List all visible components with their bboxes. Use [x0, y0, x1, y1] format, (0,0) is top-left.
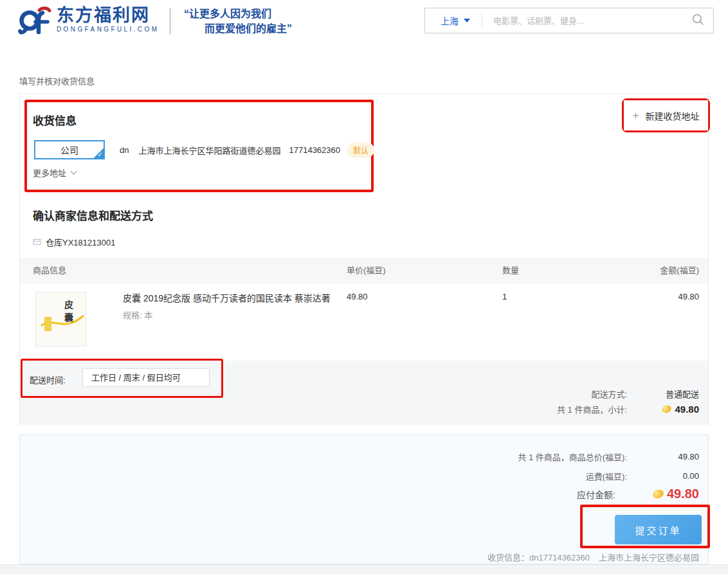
- new-address-label: 新建收货地址: [645, 109, 699, 122]
- delivery-method-label: 配送方式:: [591, 388, 627, 400]
- payable-value: 49.80: [667, 487, 699, 501]
- shipping-fee-label: 运费(福豆):: [586, 470, 627, 482]
- brand-name: 东方福利网: [57, 7, 159, 24]
- payable-row: 应付金额: 49.80: [322, 487, 708, 501]
- search-input[interactable]: [482, 16, 691, 26]
- subtotal-value-wrap: 49.80: [627, 404, 699, 415]
- more-addresses-label: 更多地址: [33, 166, 66, 179]
- goods-total-row: 共 1 件商品，商品总价(福豆): 49.80: [322, 451, 708, 463]
- col-product-info: 商品信息: [33, 258, 66, 283]
- shipping-section-title: 收货信息: [33, 112, 77, 128]
- brand-logo-icon[interactable]: [18, 5, 53, 40]
- slogan-line-1: “让更多人因为我们: [184, 6, 292, 21]
- payable-label: 应付金额:: [577, 488, 615, 501]
- chevron-down-icon: [71, 168, 77, 175]
- footer-shipping-info: 收货信息：dn17714362360上海市上海长宁区德必易园: [487, 551, 699, 563]
- product-title[interactable]: 皮囊 2019纪念版 感动千万读者的国民读本 蔡崇达著: [123, 291, 331, 304]
- delivery-method-row: 配送方式: 普通配送: [412, 388, 708, 400]
- more-addresses-link[interactable]: 更多地址: [33, 166, 76, 179]
- spec-value: 本: [144, 310, 152, 320]
- address-tag-company[interactable]: 公司 ✓: [34, 140, 105, 159]
- shipping-fee-row: 运费(福豆): 0.00: [322, 470, 708, 482]
- goods-total-label: 共 1 件商品，商品总价(福豆):: [518, 451, 627, 463]
- slogan-line-2: 而更爱他们的雇主”: [184, 21, 292, 36]
- payable-value-wrap: 49.80: [615, 487, 699, 501]
- delivery-section: 配送时间: 工作日 / 周末 / 假日均可 配送方式: 普通配送 共 1 件商品…: [20, 361, 708, 425]
- delivery-time-select[interactable]: 工作日 / 周末 / 假日均可: [82, 368, 210, 387]
- brand-domain: DONGFANGFULI.COM: [57, 26, 159, 33]
- warehouse-icon: [33, 237, 41, 247]
- city-selector[interactable]: 上海: [425, 14, 482, 27]
- warehouse-row: 仓库YX181213001: [33, 236, 115, 248]
- product-row: 皮囊 皮囊 2019纪念版 感动千万读者的国民读本 蔡崇达著 规格: 本 49.…: [20, 283, 708, 361]
- search-bar: 上海: [424, 8, 714, 33]
- col-amount: 金额(福豆): [660, 258, 699, 283]
- spec-label: 规格:: [123, 310, 142, 320]
- brand-slogan: “让更多人因为我们 而更爱他们的雇主”: [184, 6, 292, 36]
- goods-total-value: 49.80: [627, 452, 699, 462]
- product-table-header: 商品信息 单价(福豆) 数量 金额(福豆): [20, 258, 708, 283]
- order-card: 收货信息 + 新建收货地址 公司 ✓ dn 上海市上海长宁区华阳路街道德必易园 …: [19, 93, 709, 425]
- product-image[interactable]: 皮囊: [35, 292, 86, 346]
- submit-order-button[interactable]: 提交订单: [615, 515, 702, 544]
- brand-wordmark[interactable]: 东方福利网 DONGFANGFULI.COM: [57, 7, 159, 33]
- breadcrumb: 填写并核对收货信息: [19, 75, 95, 87]
- plus-icon: +: [633, 109, 639, 122]
- search-icon[interactable]: [691, 13, 704, 28]
- product-amount: 49.80: [678, 292, 699, 301]
- address-tag-label: 公司: [60, 143, 78, 156]
- subtotal-label: 共 1 件商品，小计:: [557, 403, 627, 415]
- cover-swoosh-decoration: [36, 292, 86, 346]
- product-unit-price: 49.80: [347, 292, 368, 301]
- warehouse-name: 仓库YX181213001: [46, 236, 115, 248]
- address-row: 公司 ✓ dn 上海市上海长宁区华阳路街道德必易园 17714362360 默认: [34, 140, 374, 159]
- col-unit-price: 单价(福豆): [347, 258, 386, 283]
- bean-coin-icon: [661, 404, 673, 414]
- cover-band-decoration: [44, 317, 51, 331]
- bean-coin-icon: [651, 489, 664, 500]
- cover-title: 皮囊: [62, 300, 75, 326]
- shipping-fee-value: 0.00: [627, 471, 699, 481]
- delivery-method-value: 普通配送: [627, 388, 699, 400]
- caret-down-icon: [464, 19, 470, 22]
- col-quantity: 数量: [502, 258, 519, 283]
- page-bottom-strip: [0, 564, 728, 574]
- delivery-time-label: 配送时间:: [30, 373, 66, 386]
- footer-info-label: 收货信息：: [487, 553, 529, 562]
- footer-info-address: 上海市上海长宁区德必易园: [599, 553, 699, 562]
- merchant-section-title: 确认商家信息和配送方式: [33, 207, 153, 223]
- new-address-button[interactable]: + 新建收货地址: [624, 100, 708, 130]
- order-summary-card: 共 1 件商品，商品总价(福豆): 49.80 运费(福豆): 0.00 应付金…: [19, 435, 709, 564]
- subtotal-value: 49.80: [675, 404, 699, 415]
- city-label: 上海: [441, 14, 459, 27]
- header-divider: [170, 8, 170, 34]
- receiver-phone: 17714362360: [289, 145, 340, 155]
- default-badge: 默认: [347, 143, 374, 157]
- receiver-address: 上海市上海长宁区华阳路街道德必易园: [138, 144, 280, 156]
- subtotal-row: 共 1 件商品，小计: 49.80: [412, 403, 708, 415]
- product-spec: 规格: 本: [123, 309, 152, 321]
- product-quantity: 1: [502, 292, 507, 301]
- footer-info-phone: dn17714362360: [529, 553, 590, 562]
- check-icon: ✓: [98, 152, 103, 158]
- receiver-name: dn: [120, 145, 129, 155]
